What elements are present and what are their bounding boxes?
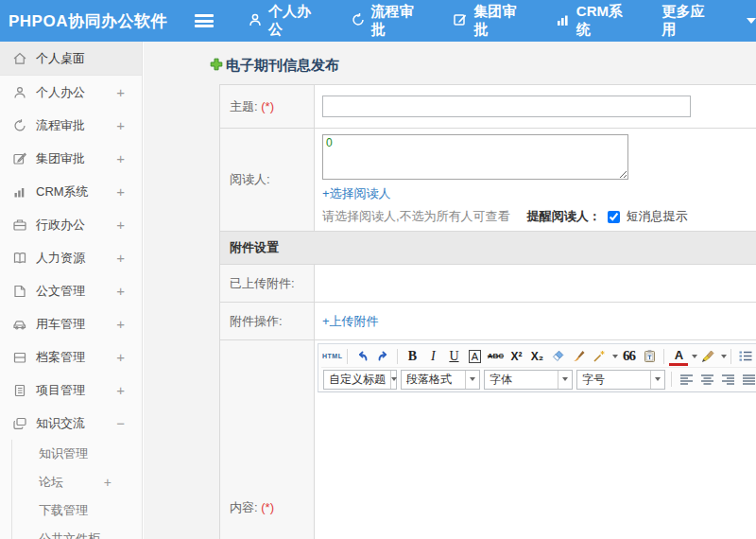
sidebar-item-process-approval[interactable]: 流程审批 + xyxy=(0,109,142,142)
sidebar-subitem-knowledge-mgmt[interactable]: 知识管理 xyxy=(12,440,142,468)
underline-button[interactable]: U xyxy=(444,347,463,366)
sidebar-item-personal-office[interactable]: 个人办公 + xyxy=(0,76,142,109)
edit-icon xyxy=(453,12,468,30)
sidebar-item-group-approval[interactable]: 集团审批 + xyxy=(0,142,142,175)
attachment-op-label: 附件操作: xyxy=(220,303,315,340)
expand-plus-icon[interactable]: + xyxy=(116,382,125,398)
align-left-icon[interactable] xyxy=(677,370,696,389)
sidebar-item-vehicle-mgmt[interactable]: 用车管理 + xyxy=(0,307,142,340)
font-family-select[interactable]: 字体 xyxy=(484,370,573,390)
home-icon xyxy=(12,51,27,66)
expand-plus-icon[interactable]: + xyxy=(116,349,125,365)
page-title: 电子期刊信息发布 xyxy=(210,57,756,75)
format-painter-icon[interactable] xyxy=(569,347,588,366)
sidebar-subitem-public-file-cabinet[interactable]: 公共文件柜 xyxy=(12,525,142,539)
document-icon xyxy=(12,284,27,299)
nav-personal-office[interactable]: 个人办公 xyxy=(248,3,322,39)
book-icon xyxy=(12,251,27,266)
upload-attachment-link[interactable]: +上传附件 xyxy=(322,314,379,328)
highlight-caret[interactable] xyxy=(721,355,727,358)
expand-plus-icon[interactable]: + xyxy=(116,316,125,332)
html-source-button[interactable]: HTML xyxy=(322,347,342,366)
attachment-section-row: 附件设置 xyxy=(220,232,756,265)
eraser-icon[interactable] xyxy=(548,347,567,366)
blockquote-button[interactable]: 66 xyxy=(619,347,638,366)
app-logo: PHPOA协同办公软件 xyxy=(0,10,183,32)
sidebar: 个人桌面 个人办公 + 流程审批 + 集团审批 + CRM系统 + 行政办公 + xyxy=(0,42,143,539)
expand-plus-icon[interactable]: + xyxy=(116,117,125,133)
user-icon xyxy=(248,12,263,30)
sidebar-subitem-download-mgmt[interactable]: 下载管理 xyxy=(12,496,142,525)
notebook-icon xyxy=(12,383,27,398)
subscript-button[interactable]: X₂ xyxy=(527,347,546,366)
expand-plus-icon[interactable]: + xyxy=(116,250,125,266)
subject-input[interactable] xyxy=(322,96,691,117)
magic-wand-icon[interactable] xyxy=(590,347,609,366)
superscript-button[interactable]: X² xyxy=(507,347,525,366)
sms-notify-label: 短消息提示 xyxy=(627,208,688,225)
nav-more-apps[interactable]: 更多应用 xyxy=(662,3,716,39)
paste-icon[interactable] xyxy=(640,347,659,366)
sidebar-item-archive-mgmt[interactable]: 档案管理 + xyxy=(0,340,142,374)
wand-dropdown-caret[interactable] xyxy=(612,355,618,358)
choose-readers-link[interactable]: +选择阅读人 xyxy=(322,185,391,202)
paragraph-format-select[interactable]: 段落格式 xyxy=(401,370,480,390)
required-marker: (*) xyxy=(261,500,274,514)
main-content: 电子期刊信息发布 主题: (*) 阅读人: 0 +选择阅读人 请选择阅读人,不选… xyxy=(144,42,756,539)
user-icon xyxy=(12,85,27,100)
subject-row: 主题: (*) xyxy=(220,85,756,129)
hamburger-menu-icon[interactable] xyxy=(195,14,213,27)
sidebar-item-knowledge-exchange[interactable]: 知识交流 − xyxy=(0,407,142,440)
readers-label: 阅读人: xyxy=(220,129,315,232)
align-center-icon[interactable] xyxy=(697,370,716,389)
sidebar-item-document-mgmt[interactable]: 公文管理 + xyxy=(0,274,142,307)
sidebar-subitem-forum[interactable]: 论坛 + xyxy=(12,468,142,496)
highlight-pen-icon[interactable] xyxy=(698,347,717,366)
sidebar-item-project-mgmt[interactable]: 项目管理 + xyxy=(0,374,142,407)
strikethrough-button[interactable]: ABC xyxy=(486,347,505,366)
attachment-op-row: 附件操作: +上传附件 xyxy=(220,303,756,340)
process-icon xyxy=(12,118,27,133)
caret-down-icon[interactable] xyxy=(747,18,756,24)
nav-crm-system[interactable]: CRM系统 xyxy=(556,3,634,39)
editor-content-area[interactable] xyxy=(318,392,756,539)
expand-plus-icon[interactable]: + xyxy=(116,150,125,166)
font-color-button[interactable]: A xyxy=(669,347,688,366)
sidebar-item-crm-system[interactable]: CRM系统 + xyxy=(0,175,142,208)
sms-notify-checkbox[interactable] xyxy=(608,211,620,223)
sidebar-item-personal-desktop[interactable]: 个人桌面 xyxy=(0,42,142,76)
sidebar-item-admin-office[interactable]: 行政办公 + xyxy=(0,208,142,241)
redo-icon[interactable] xyxy=(373,347,392,366)
expand-plus-icon[interactable]: + xyxy=(116,283,125,299)
expand-plus-icon[interactable]: + xyxy=(116,183,125,200)
bold-button[interactable]: B xyxy=(403,347,421,366)
expand-plus-icon[interactable]: + xyxy=(116,84,125,100)
undo-icon[interactable] xyxy=(352,347,371,366)
bar-chart-icon xyxy=(12,184,27,200)
editor-toolbar: HTML B I U A xyxy=(318,343,756,392)
font-box-button[interactable]: A xyxy=(469,350,481,363)
custom-title-select[interactable]: 自定义标题 xyxy=(323,370,397,390)
content-row: 内容: (*) HTML xyxy=(220,340,756,539)
chat-copy-icon xyxy=(12,416,27,431)
uploaded-attachments-value xyxy=(315,265,756,303)
sidebar-item-human-resources[interactable]: 人力资源 + xyxy=(0,241,142,274)
collapse-minus-icon[interactable]: − xyxy=(116,415,125,431)
align-justify-icon[interactable] xyxy=(739,370,756,389)
font-size-select[interactable]: 字号 xyxy=(576,370,665,390)
font-color-caret[interactable] xyxy=(692,355,697,358)
readers-textarea[interactable]: 0 xyxy=(322,134,628,180)
briefcase-icon xyxy=(12,217,27,233)
expand-plus-icon[interactable]: + xyxy=(116,217,125,233)
expand-plus-icon[interactable]: + xyxy=(104,475,112,490)
italic-button[interactable]: I xyxy=(423,347,442,366)
process-icon xyxy=(351,12,366,30)
uploaded-attachments-label: 已上传附件: xyxy=(220,265,315,303)
knowledge-submenu: 知识管理 论坛 + 下载管理 公共文件柜 xyxy=(11,440,142,539)
nav-group-approval[interactable]: 集团审批 xyxy=(453,3,527,39)
required-marker: (*) xyxy=(261,99,274,113)
nav-process-approval[interactable]: 流程审批 xyxy=(351,3,425,39)
align-right-icon[interactable] xyxy=(718,370,737,389)
edit-icon xyxy=(12,151,27,166)
ordered-list-icon[interactable] xyxy=(736,347,755,366)
